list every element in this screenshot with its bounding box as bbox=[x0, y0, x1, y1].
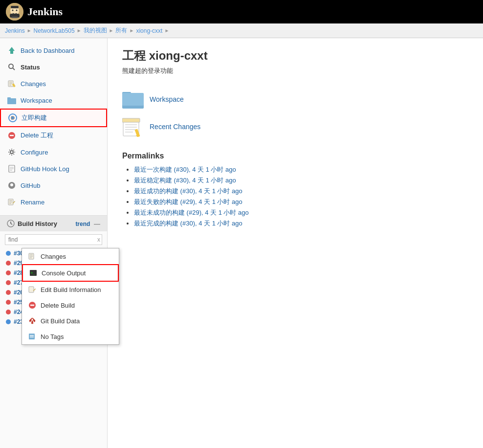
tag-icon bbox=[28, 332, 37, 341]
list-item: 最近未成功的构建 (#29), 4 天 1 小时 ago bbox=[134, 208, 468, 217]
svg-rect-44 bbox=[29, 317, 36, 324]
sidebar-item-back-to-dashboard[interactable]: Back to Dashboard bbox=[0, 42, 107, 59]
sidebar-item-build-now[interactable]: 立即构建 bbox=[0, 109, 107, 127]
context-menu-console-output[interactable]: >_ Console Output bbox=[22, 264, 119, 282]
git-icon bbox=[28, 316, 37, 325]
permalink-link-0[interactable]: 最近一次构建 (#30), 4 天 1 小时 ago bbox=[134, 166, 236, 173]
svg-rect-4 bbox=[11, 6, 19, 8]
workspace-link[interactable]: Workspace bbox=[150, 95, 184, 103]
breadcrumb-sep-3: ► bbox=[109, 28, 114, 33]
context-menu-changes[interactable]: Changes bbox=[22, 248, 119, 264]
workspace-folder-icon bbox=[122, 90, 144, 109]
context-menu-delete-build[interactable]: Delete Build bbox=[22, 297, 119, 313]
console-icon: >_ bbox=[29, 269, 38, 277]
breadcrumb-networklab[interactable]: NetworkLab505 bbox=[34, 27, 75, 34]
content-area: 工程 xiong-cxxt 熊建超的登录功能 Workspace bbox=[108, 38, 483, 448]
jenkins-logo bbox=[6, 3, 23, 21]
sidebar-item-github[interactable]: GitHub bbox=[0, 177, 107, 194]
build-search-input[interactable] bbox=[5, 234, 102, 245]
permalinks-section: Permalinks 最近一次构建 (#30), 4 天 1 小时 ago 最近… bbox=[122, 152, 468, 228]
delete-icon bbox=[7, 131, 17, 140]
build-search-container: x bbox=[5, 234, 102, 245]
arrow-up-icon bbox=[7, 45, 17, 55]
breadcrumb-sep-5: ► bbox=[164, 28, 169, 33]
build-status-dot-red bbox=[6, 270, 11, 275]
build-status-dot-red bbox=[6, 290, 11, 295]
permalink-link-4[interactable]: 最近未成功的构建 (#29), 4 天 1 小时 ago bbox=[134, 209, 249, 216]
permalinks-list: 最近一次构建 (#30), 4 天 1 小时 ago 最近稳定构建 (#30),… bbox=[122, 165, 468, 228]
breadcrumb-jenkins[interactable]: Jenkins bbox=[5, 27, 25, 34]
recent-changes-link-row: Recent Changes bbox=[122, 116, 468, 137]
breadcrumb-sep-1: ► bbox=[27, 28, 32, 33]
breadcrumb-all[interactable]: 所有 bbox=[115, 26, 127, 35]
pencil-icon bbox=[7, 79, 17, 89]
permalink-link-2[interactable]: 最近成功的构建 (#30), 4 天 1 小时 ago bbox=[134, 187, 242, 195]
edit-icon bbox=[28, 285, 37, 294]
github-icon bbox=[7, 180, 17, 190]
context-menu: Changes >_ Console Output bbox=[22, 248, 119, 345]
svg-line-34 bbox=[11, 224, 12, 224]
svg-point-8 bbox=[9, 64, 13, 68]
list-item: 最近失败的构建 (#29), 4 天 1 小时 ago bbox=[134, 198, 468, 206]
rename-icon bbox=[7, 197, 17, 207]
delete-build-icon bbox=[28, 301, 37, 310]
build-history-header-left: Build History bbox=[7, 220, 57, 227]
sidebar-item-configure[interactable]: Configure bbox=[0, 144, 107, 160]
clock-icon bbox=[7, 220, 15, 227]
context-menu-git-build-data[interactable]: Git Build Data bbox=[22, 313, 119, 329]
svg-marker-7 bbox=[9, 47, 15, 54]
svg-rect-57 bbox=[122, 118, 140, 122]
sidebar-item-rename[interactable]: Rename bbox=[0, 194, 107, 210]
permalink-link-5[interactable]: 最近完成的构建 (#30), 4 天 1 小时 ago bbox=[134, 220, 242, 227]
build-status-dot-red bbox=[6, 300, 11, 305]
build-status-dot-blue bbox=[6, 319, 11, 324]
svg-point-27 bbox=[10, 183, 13, 186]
build-list: #30 2018-11-6 下午5:33 bbox=[0, 248, 107, 327]
sidebar-item-delete[interactable]: Delete 工程 bbox=[0, 127, 107, 144]
pencil-icon bbox=[28, 252, 37, 261]
build-history-header: Build History trend — bbox=[0, 216, 107, 231]
context-menu-edit-build-info[interactable]: Edit Build Information bbox=[22, 282, 119, 297]
gear-icon bbox=[7, 147, 17, 157]
svg-rect-41 bbox=[29, 287, 34, 292]
app-title: Jenkins bbox=[27, 5, 63, 18]
build-row-30[interactable]: #30 2018-11-6 下午5:33 bbox=[2, 248, 105, 258]
trend-link[interactable]: trend bbox=[75, 221, 90, 227]
breadcrumb-sep-2: ► bbox=[77, 28, 82, 33]
svg-rect-55 bbox=[122, 93, 144, 106]
app-header: Jenkins bbox=[0, 0, 483, 23]
doc-icon bbox=[7, 164, 17, 174]
build-status-dot-red bbox=[6, 261, 11, 266]
workspace-link-row: Workspace bbox=[122, 90, 468, 109]
sidebar-item-status[interactable]: Status bbox=[0, 59, 107, 75]
permalink-link-3[interactable]: 最近失败的构建 (#29), 4 天 1 小时 ago bbox=[134, 198, 242, 205]
svg-rect-16 bbox=[7, 97, 11, 99]
sidebar-item-workspace[interactable]: Workspace bbox=[0, 92, 107, 109]
permalink-link-1[interactable]: 最近稳定构建 (#30), 4 天 1 小时 ago bbox=[134, 177, 236, 184]
build-status-dot-blue bbox=[6, 251, 11, 256]
recent-changes-link[interactable]: Recent Changes bbox=[150, 123, 200, 131]
breadcrumb-myview[interactable]: 我的视图 bbox=[84, 26, 107, 35]
list-item: 最近一次构建 (#30), 4 天 1 小时 ago bbox=[134, 165, 468, 174]
search-icon bbox=[7, 62, 17, 72]
sidebar-item-github-hook-log[interactable]: GitHub Hook Log bbox=[0, 160, 107, 177]
svg-point-21 bbox=[10, 151, 13, 154]
build-icon bbox=[8, 113, 18, 123]
build-status-dot-red bbox=[6, 280, 11, 285]
sidebar: Back to Dashboard Status bbox=[0, 38, 108, 448]
build-history-section: Build History trend — x #30 2018-11-6 下午… bbox=[0, 215, 107, 327]
svg-rect-6 bbox=[12, 17, 18, 18]
svg-text:>_: >_ bbox=[31, 271, 35, 275]
sidebar-item-changes[interactable]: Changes bbox=[0, 75, 107, 92]
build-status-dot-red bbox=[6, 310, 11, 314]
notepad-icon bbox=[122, 116, 144, 137]
icon-links: Workspace bbox=[122, 90, 468, 137]
list-item: 最近成功的构建 (#30), 4 天 1 小时 ago bbox=[134, 187, 468, 196]
list-item: 最近完成的构建 (#30), 4 天 1 小时 ago bbox=[134, 219, 468, 228]
breadcrumb: Jenkins ► NetworkLab505 ► 我的视图 ► 所有 ► xi… bbox=[0, 23, 483, 38]
breadcrumb-project[interactable]: xiong-cxxt bbox=[136, 27, 162, 34]
svg-point-3 bbox=[16, 10, 18, 11]
context-menu-no-tags[interactable]: No Tags bbox=[22, 329, 119, 344]
build-search-clear[interactable]: x bbox=[97, 236, 100, 243]
project-title: 工程 xiong-cxxt bbox=[122, 48, 468, 64]
